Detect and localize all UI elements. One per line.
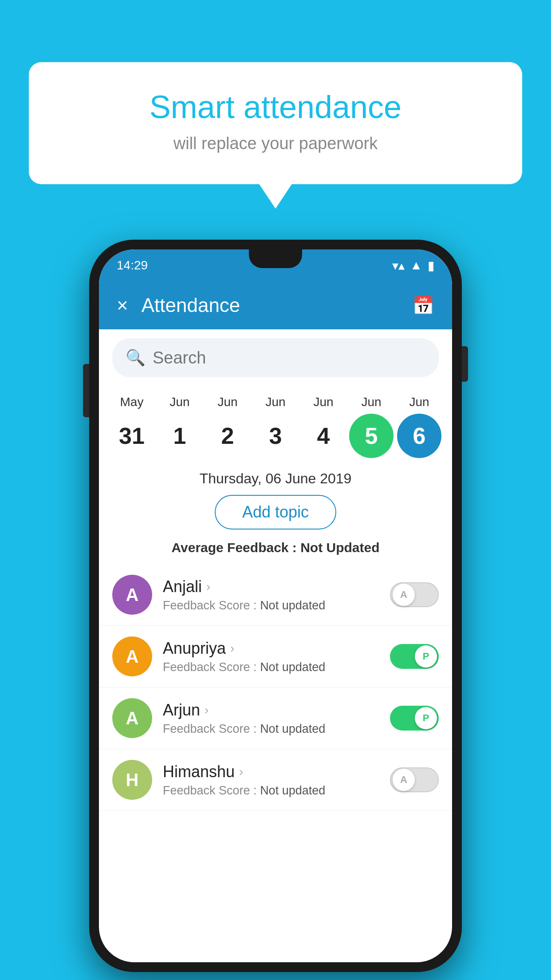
date-number[interactable]: 31 bbox=[110, 414, 154, 458]
avatar: A bbox=[112, 575, 152, 615]
avg-feedback: Average Feedback : Not Updated bbox=[99, 540, 452, 555]
phone-notch bbox=[249, 249, 302, 268]
search-input[interactable] bbox=[153, 348, 425, 368]
calendar-icon[interactable]: 📅 bbox=[412, 295, 434, 316]
attendance-toggle[interactable]: A bbox=[390, 582, 439, 607]
speech-bubble: Smart attendance will replace your paper… bbox=[29, 62, 522, 184]
date-item[interactable]: Jun1 bbox=[156, 395, 204, 458]
date-month: Jun bbox=[409, 395, 429, 409]
student-info: Anjali ›Feedback Score : Not updated bbox=[163, 577, 375, 612]
phone-container: 14:29 ▾▴ ▲ ▮ × Attendance 📅 🔍 May31Jun1J… bbox=[89, 240, 462, 972]
toggle-knob: A bbox=[393, 584, 415, 606]
student-info: Anupriya ›Feedback Score : Not updated bbox=[163, 639, 375, 674]
avatar: A bbox=[112, 698, 152, 738]
search-icon: 🔍 bbox=[126, 348, 146, 367]
date-number[interactable]: 4 bbox=[301, 414, 346, 458]
student-name[interactable]: Anjali › bbox=[163, 577, 375, 596]
toggle-container: P bbox=[386, 706, 439, 731]
student-item: AArjun ›Feedback Score : Not updatedP bbox=[99, 688, 452, 749]
feedback-score: Feedback Score : Not updated bbox=[163, 599, 375, 612]
chevron-icon: › bbox=[239, 765, 243, 779]
wifi-icon: ▾▴ bbox=[392, 258, 405, 273]
search-container: 🔍 bbox=[112, 338, 439, 377]
date-item[interactable]: Jun5 bbox=[347, 395, 395, 458]
toggle-knob: A bbox=[393, 769, 415, 791]
student-name[interactable]: Arjun › bbox=[163, 701, 375, 719]
chevron-icon: › bbox=[206, 580, 210, 594]
student-name[interactable]: Himanshu › bbox=[163, 763, 375, 781]
chevron-icon: › bbox=[230, 641, 234, 656]
avatar: H bbox=[112, 760, 152, 800]
battery-icon: ▮ bbox=[428, 258, 434, 273]
selected-date-label: Thursday, 06 June 2019 bbox=[99, 470, 452, 487]
phone-screen: 14:29 ▾▴ ▲ ▮ × Attendance 📅 🔍 May31Jun1J… bbox=[99, 249, 452, 962]
bubble-subtitle: will replace your paperwork bbox=[64, 134, 487, 153]
signal-icon: ▲ bbox=[410, 258, 422, 273]
status-time: 14:29 bbox=[117, 258, 148, 273]
chevron-icon: › bbox=[205, 703, 209, 717]
date-month: Jun bbox=[217, 395, 237, 409]
speech-bubble-container: Smart attendance will replace your paper… bbox=[29, 62, 522, 184]
date-number[interactable]: 2 bbox=[205, 414, 250, 458]
toggle-knob: P bbox=[415, 645, 437, 668]
app-bar: × Attendance 📅 bbox=[99, 281, 452, 329]
date-number[interactable]: 6 bbox=[397, 414, 441, 458]
attendance-toggle[interactable]: P bbox=[390, 644, 439, 669]
attendance-toggle[interactable]: A bbox=[390, 767, 439, 792]
date-month: Jun bbox=[265, 395, 285, 409]
feedback-score: Feedback Score : Not updated bbox=[163, 660, 375, 674]
date-item[interactable]: Jun6 bbox=[395, 395, 443, 458]
student-item: AAnupriya ›Feedback Score : Not updatedP bbox=[99, 626, 452, 688]
toggle-container: A bbox=[386, 582, 439, 607]
toggle-container: P bbox=[386, 644, 439, 669]
date-number[interactable]: 5 bbox=[349, 414, 394, 458]
date-item[interactable]: Jun4 bbox=[299, 395, 347, 458]
date-month: Jun bbox=[169, 395, 189, 409]
date-number[interactable]: 3 bbox=[253, 414, 298, 458]
feedback-score: Feedback Score : Not updated bbox=[163, 722, 375, 736]
phone-outer: 14:29 ▾▴ ▲ ▮ × Attendance 📅 🔍 May31Jun1J… bbox=[89, 240, 462, 972]
date-month: Jun bbox=[361, 395, 381, 409]
add-topic-button[interactable]: Add topic bbox=[215, 495, 336, 530]
student-item: AAnjali ›Feedback Score : Not updatedA bbox=[99, 564, 452, 626]
bubble-title: Smart attendance bbox=[64, 89, 487, 125]
student-info: Arjun ›Feedback Score : Not updated bbox=[163, 701, 375, 736]
app-bar-title: Attendance bbox=[142, 294, 399, 316]
avg-feedback-value: Not Updated bbox=[300, 540, 379, 555]
date-item[interactable]: May31 bbox=[108, 395, 156, 458]
date-strip: May31Jun1Jun2Jun3Jun4Jun5Jun6 bbox=[99, 386, 452, 458]
status-icons: ▾▴ ▲ ▮ bbox=[392, 258, 434, 273]
student-list: AAnjali ›Feedback Score : Not updatedAAA… bbox=[99, 564, 452, 811]
student-name[interactable]: Anupriya › bbox=[163, 639, 375, 658]
toggle-knob: P bbox=[415, 707, 437, 729]
student-item: HHimanshu ›Feedback Score : Not updatedA bbox=[99, 749, 452, 811]
feedback-score: Feedback Score : Not updated bbox=[163, 784, 375, 798]
toggle-container: A bbox=[386, 767, 439, 792]
date-number[interactable]: 1 bbox=[157, 414, 202, 458]
date-month: May bbox=[120, 395, 144, 409]
date-month: Jun bbox=[313, 395, 333, 409]
avatar: A bbox=[112, 636, 152, 676]
date-item[interactable]: Jun2 bbox=[204, 395, 252, 458]
close-button[interactable]: × bbox=[117, 294, 128, 316]
date-item[interactable]: Jun3 bbox=[252, 395, 299, 458]
avg-feedback-label: Average Feedback : bbox=[171, 540, 296, 555]
student-info: Himanshu ›Feedback Score : Not updated bbox=[163, 763, 375, 798]
attendance-toggle[interactable]: P bbox=[390, 706, 439, 731]
